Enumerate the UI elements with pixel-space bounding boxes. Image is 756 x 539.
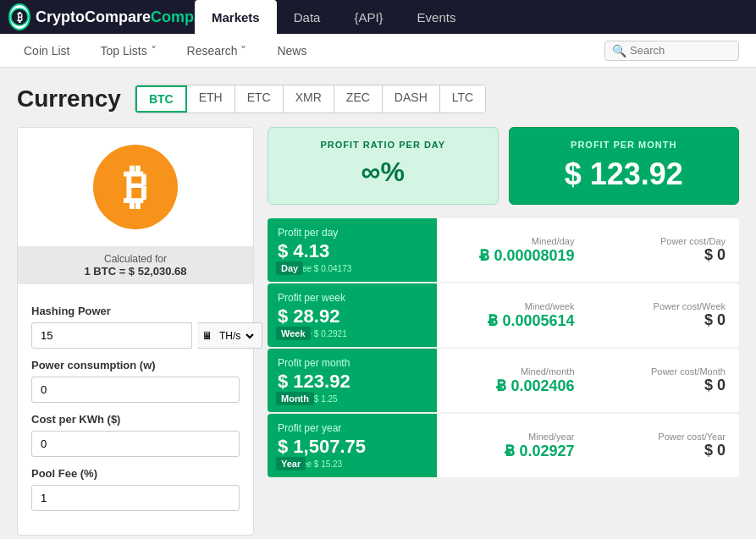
data-row-day: Profit per day $ 4.13 Pool Fee $ 0.04173… [268, 218, 739, 282]
search-input[interactable] [630, 44, 731, 57]
period-label-month: Month [276, 392, 314, 405]
profit-value-week: $ 28.92 [278, 305, 427, 327]
pool-fee-input[interactable] [31, 485, 240, 511]
mined-title-week: Mined/week [450, 301, 575, 311]
logo-icon: ₿ [8, 3, 30, 30]
search-box[interactable]: 🔍 [604, 41, 739, 61]
data-row-month: Profit per month $ 123.92 Pool Fee $ 1.2… [268, 349, 739, 412]
svg-text:₿: ₿ [17, 11, 23, 24]
profit-ratio-card: PROFIT RATIO PER DAY ∞% [268, 127, 499, 205]
power-value-year: $ 0 [602, 442, 726, 459]
data-row-week: Profit per week $ 28.92 Pool Fee $ 0.292… [268, 283, 739, 347]
hashing-power-addon[interactable]: 🖩 TH/s GH/s MH/s [197, 322, 262, 349]
profit-value-day: $ 4.13 [278, 240, 427, 262]
nav-top-lists[interactable]: Top Lists ˅ [93, 34, 163, 67]
profit-title-month: Profit per month [278, 357, 427, 369]
secondary-navigation: Coin List Top Lists ˅ Research ˅ News 🔍 [0, 34, 756, 68]
cost-kwh-input[interactable] [31, 431, 240, 457]
mined-value-week: Ƀ 0.0005614 [450, 311, 575, 330]
power-consumption-input[interactable] [31, 377, 240, 403]
hashing-power-input[interactable] [31, 322, 192, 349]
mined-title-year: Mined/year [450, 432, 575, 442]
right-panel: PROFIT RATIO PER DAY ∞% PROFIT PER MONTH… [268, 127, 739, 536]
profit-title-year: Profit per year [278, 422, 427, 434]
profit-title-day: Profit per day [278, 227, 427, 239]
mined-title-month: Mined/month [450, 366, 575, 377]
power-value-week: $ 0 [602, 311, 726, 329]
nav-news[interactable]: News [270, 34, 313, 67]
data-row-left-week: Profit per week $ 28.92 Pool Fee $ 0.292… [268, 283, 437, 347]
power-value-month: $ 0 [602, 377, 726, 394]
data-row-mid-day: Mined/day Ƀ 0.00008019 [437, 218, 588, 282]
hashing-power-unit-select[interactable]: TH/s GH/s MH/s [216, 329, 257, 343]
currency-tabs: BTC ETH ETC XMR ZEC DASH LTC [135, 85, 486, 113]
power-consumption-label: Power consumption (w) [31, 359, 240, 371]
mined-value-year: Ƀ 0.02927 [450, 442, 575, 460]
main-nav: Markets Data {API} Events [195, 0, 472, 34]
btc-icon: ₿ [93, 145, 178, 229]
profit-ratio-value: ∞% [282, 157, 484, 188]
nav-item-markets[interactable]: Markets [195, 0, 277, 34]
power-title-month: Power cost/Month [602, 366, 726, 377]
power-title-week: Power cost/Week [602, 301, 726, 311]
main-content: Currency BTC ETH ETC XMR ZEC DASH LTC ₿ … [0, 68, 756, 539]
hashing-power-row: 🖩 TH/s GH/s MH/s [31, 322, 240, 349]
currency-header: Currency BTC ETH ETC XMR ZEC DASH LTC [17, 85, 739, 113]
profit-ratio-title: PROFIT RATIO PER DAY [282, 140, 484, 150]
profit-cards: PROFIT RATIO PER DAY ∞% PROFIT PER MONTH… [268, 127, 739, 205]
power-title-day: Power cost/Day [602, 236, 726, 246]
data-row-mid-year: Mined/year Ƀ 0.02927 [437, 414, 588, 477]
data-row-year: Profit per year $ 1,507.75 Pool Fee $ 15… [268, 414, 739, 477]
period-label-week: Week [276, 327, 311, 340]
content-layout: ₿ Calculated for 1 BTC = $ 52,030.68 Has… [17, 127, 739, 536]
profit-month-card: PROFIT PER MONTH $ 123.92 [509, 127, 740, 205]
data-row-right-day: Power cost/Day $ 0 [588, 218, 740, 282]
form-area: Hashing Power 🖩 TH/s GH/s MH/s Power con… [18, 284, 253, 521]
data-rows-container: Profit per day $ 4.13 Pool Fee $ 0.04173… [268, 218, 739, 477]
tab-zec[interactable]: ZEC [334, 85, 383, 113]
btc-icon-area: ₿ [18, 128, 253, 246]
pool-fee-label: Pool Fee (%) [31, 467, 240, 480]
tab-etc[interactable]: ETC [235, 85, 284, 113]
tab-ltc[interactable]: LTC [440, 85, 485, 113]
search-icon: 🔍 [612, 44, 626, 58]
left-panel: ₿ Calculated for 1 BTC = $ 52,030.68 Has… [17, 127, 254, 536]
tab-dash[interactable]: DASH [383, 85, 440, 113]
tab-eth[interactable]: ETH [187, 85, 235, 113]
nav-coin-list[interactable]: Coin List [17, 34, 76, 67]
profit-title-week: Profit per week [278, 292, 427, 304]
profit-value-year: $ 1,507.75 [278, 436, 427, 458]
mined-value-day: Ƀ 0.00008019 [450, 246, 575, 265]
period-label-year: Year [276, 457, 306, 470]
mined-value-month: Ƀ 0.002406 [450, 377, 575, 395]
data-row-left-day: Profit per day $ 4.13 Pool Fee $ 0.04173… [268, 218, 437, 282]
power-value-day: $ 0 [602, 246, 726, 264]
page-title: Currency [17, 85, 121, 113]
nav-item-data[interactable]: Data [277, 0, 338, 34]
mined-title-day: Mined/day [450, 236, 575, 246]
calculated-for: Calculated for 1 BTC = $ 52,030.68 [18, 246, 253, 284]
period-label-day: Day [276, 261, 303, 275]
nav-item-api[interactable]: {API} [337, 0, 400, 34]
profit-month-title: PROFIT PER MONTH [523, 140, 726, 150]
data-row-right-week: Power cost/Week $ 0 [588, 283, 740, 347]
tab-xmr[interactable]: XMR [284, 85, 334, 113]
tab-btc[interactable]: BTC [135, 85, 187, 113]
data-row-left-year: Profit per year $ 1,507.75 Pool Fee $ 15… [268, 414, 437, 477]
logo[interactable]: ₿ CryptoCompareCompare [8, 3, 195, 30]
btc-price: 1 BTC = $ 52,030.68 [25, 265, 246, 278]
hashing-power-label: Hashing Power [31, 305, 240, 317]
data-row-right-month: Power cost/Month $ 0 [588, 349, 740, 412]
profit-month-value: $ 123.92 [523, 157, 726, 192]
cost-kwh-label: Cost per KWh ($) [31, 413, 240, 426]
calculator-icon: 🖩 [202, 330, 212, 342]
data-row-right-year: Power cost/Year $ 0 [588, 414, 740, 477]
power-title-year: Power cost/Year [602, 432, 726, 442]
nav-item-events[interactable]: Events [400, 0, 473, 34]
nav-research[interactable]: Research ˅ [180, 34, 254, 67]
profit-value-month: $ 123.92 [278, 371, 427, 393]
data-row-mid-week: Mined/week Ƀ 0.0005614 [437, 283, 588, 347]
calculated-for-label: Calculated for [25, 253, 246, 265]
data-row-left-month: Profit per month $ 123.92 Pool Fee $ 1.2… [268, 349, 437, 412]
data-row-mid-month: Mined/month Ƀ 0.002406 [437, 349, 588, 412]
